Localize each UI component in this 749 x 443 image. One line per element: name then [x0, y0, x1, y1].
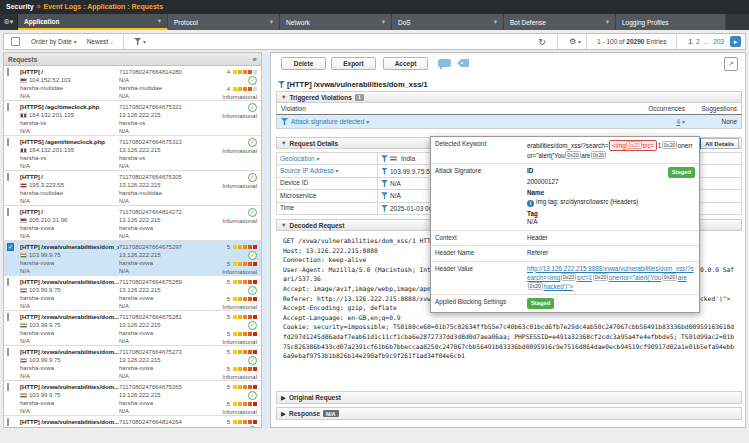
occurrences-link[interactable]: 4 ▾ [677, 118, 685, 125]
row-checkbox[interactable] [7, 313, 9, 321]
row-checkbox[interactable] [7, 278, 9, 286]
chevron-down-icon: ▾ [366, 119, 369, 125]
page-link[interactable]: 1 [688, 38, 692, 45]
rating-bar-segment [238, 332, 242, 336]
tab-network[interactable]: Network▾ [280, 14, 392, 30]
page-link[interactable]: 2 [696, 38, 700, 45]
accept-button[interactable]: Accept [383, 57, 428, 70]
decoded-text: Connection: keep-alive [283, 256, 366, 263]
request-status-cell: 5✓5Informational [203, 418, 259, 428]
popup-row: ContextHeader [431, 231, 699, 247]
request-list-item[interactable]: [HTTP] /xvwa/vulnerabilities/dom...103.9… [4, 381, 261, 416]
tags-icon[interactable] [457, 59, 469, 67]
tab-logging-profiles[interactable]: Logging Profiles [616, 14, 726, 30]
violation-rating: 5 [227, 260, 257, 268]
expand-arrow-icon: ▶ [281, 394, 286, 402]
original-request-header[interactable]: ▶ Original Request [276, 391, 742, 404]
rating-bar-segment [233, 262, 237, 266]
source-extra: N/A [20, 92, 119, 100]
tab-protocol[interactable]: Protocol▾ [168, 14, 280, 30]
nav-gear-icon[interactable]: ⚙▾ [0, 14, 18, 30]
header-value-link[interactable]: src=1 [577, 274, 593, 281]
refresh-icon[interactable]: ↻ [532, 37, 552, 47]
request-list-item[interactable]: [HTTPS] /agc/timeclock.php164.132.201.13… [4, 101, 261, 136]
triggered-violations-header[interactable]: ▼ Triggered Violations 1 [276, 91, 742, 103]
page-link[interactable]: 203 [713, 38, 724, 45]
collapse-panel-icon[interactable]: « [253, 55, 257, 64]
breadcrumb-section[interactable]: Security [6, 3, 34, 10]
detail-label-link[interactable]: Source IP Address [280, 167, 336, 174]
open-in-window-icon[interactable]: ↗ [724, 57, 738, 71]
request-list-item[interactable]: [HTTP] /205.210.31.96harsha-xvwaN/A71170… [4, 206, 261, 241]
info-icon[interactable]: i [527, 200, 534, 207]
detail-label: Source IP Address ▾ [276, 165, 378, 176]
entries-count: 1 - 100 of 20290 Entries [592, 38, 671, 45]
row-checkbox[interactable] [7, 383, 9, 391]
matched-keyword-chip: <img0x20src= [609, 140, 656, 151]
header-value-link[interactable]: onerror="alert('You [609, 274, 661, 281]
request-list-item[interactable]: [HTTP] /195.3.223.55harsha-multidaeN/A71… [4, 171, 261, 206]
request-list-item[interactable]: [HTTP] /104.152.52.103harsha-multidaeN/A… [4, 66, 261, 101]
country-flag-icon [20, 393, 27, 398]
row-checkbox[interactable] [7, 418, 9, 426]
tab-bot-defense[interactable]: Bot Defense▾ [504, 14, 616, 30]
violation-rating: 5 [227, 330, 257, 338]
filter-icon[interactable] [381, 155, 388, 162]
filter-icon[interactable] [381, 168, 388, 175]
request-list-item[interactable]: [HTTPS] /agent/timeclock.php164.132.201.… [4, 136, 261, 171]
response-header[interactable]: ▶ Response N/A [276, 407, 742, 420]
sort-down-icon: ↓ [110, 39, 113, 45]
request-list-item[interactable]: [HTTP] /xvwa/vulnerabilities/dom...103.9… [4, 346, 261, 381]
rating-number: 5 [227, 260, 230, 268]
filter-icon[interactable] [278, 81, 285, 88]
rating-bar-segment [243, 315, 247, 319]
comment-icon[interactable] [438, 59, 451, 67]
filter-icon[interactable] [381, 205, 388, 212]
event-log-tabbar: ⚙▾ Application▾Protocol▾Network▾DoS▾Bot … [0, 14, 749, 30]
dest-ip: 13.126.222.215 [119, 216, 203, 224]
source-host: harsha-vs [20, 119, 119, 127]
violation-row[interactable]: Attack signature detected ▾ 4 ▾ None [276, 115, 742, 129]
row-checkbox[interactable] [7, 173, 9, 181]
settings-gear-icon[interactable]: ⚙ [563, 37, 578, 46]
rating-bar-segment [233, 315, 237, 319]
row-checkbox[interactable] [7, 68, 9, 76]
header-value-link[interactable]: hacked')"> [544, 283, 574, 290]
row-checkbox[interactable] [7, 348, 9, 356]
filter-button[interactable]: ▾ [129, 38, 151, 45]
export-button[interactable]: Export [331, 57, 376, 70]
popup-row-label: Header Value [431, 262, 523, 295]
request-legal-icon: ✓ [248, 138, 257, 147]
header-value-link[interactable]: are [678, 274, 687, 281]
rating-bar-segment [238, 385, 242, 389]
request-source-cell: [HTTPS] /agent/timeclock.php164.132.201.… [20, 138, 119, 170]
tab-dos[interactable]: DoS▾ [392, 14, 504, 30]
row-checkbox[interactable]: ✓ [7, 243, 14, 251]
filter-icon[interactable] [281, 118, 288, 125]
rating-bar-segment [238, 297, 242, 301]
row-checkbox[interactable] [7, 208, 9, 216]
tab-application[interactable]: Application▾ [18, 14, 168, 30]
sort-direction-button[interactable]: Newest ↓ [82, 38, 119, 45]
request-list-item[interactable]: [HTTP] /xvwa/vulnerabilities/dom...103.9… [4, 311, 261, 346]
staged-badge: Staged [668, 167, 695, 178]
chevron-down-icon: ▾ [270, 18, 273, 26]
next-page-button[interactable]: ▸ [730, 36, 741, 47]
request-list-item[interactable]: [HTTP] /xvwa/vulnerabilities/dom...103.9… [4, 416, 261, 428]
panel-splitter[interactable] [263, 52, 269, 428]
row-checkbox[interactable] [7, 138, 9, 146]
dest-extra: N/A [119, 232, 203, 240]
select-all-checkbox[interactable] [11, 37, 20, 46]
country-flag-icon [20, 148, 27, 153]
violation-name-link[interactable]: Attack signature detected ▾ [291, 118, 369, 125]
detail-label-link[interactable]: Geolocation [280, 155, 317, 162]
request-list-item[interactable]: [HTTP] /xvwa/vulnerabilities/dom...103.9… [4, 276, 261, 311]
rating-bar-segment [248, 297, 252, 301]
request-list-item[interactable]: ✓[HTTP] /xvwa/vulnerabilities/dom_xs...1… [4, 241, 261, 276]
filter-icon[interactable] [381, 180, 388, 187]
source-ip: 205.210.31.96 [20, 216, 119, 224]
delete-button[interactable]: Delete [281, 57, 326, 70]
filter-icon[interactable] [381, 192, 388, 199]
order-by-dropdown[interactable]: Order by Date ▾ [26, 38, 82, 45]
row-checkbox[interactable] [7, 103, 9, 111]
